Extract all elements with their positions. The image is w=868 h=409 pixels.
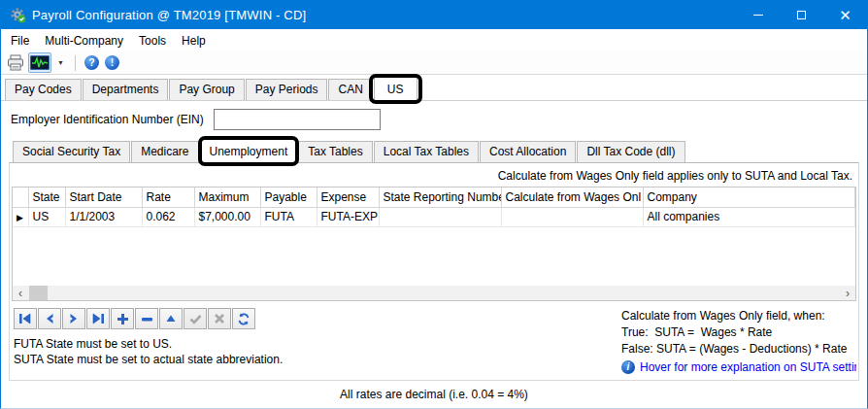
help-button[interactable]: ? <box>83 52 101 73</box>
maximize-button[interactable] <box>780 0 823 29</box>
scroll-right-arrow-icon[interactable]: › <box>840 286 855 300</box>
cell-payable[interactable]: FUTA <box>260 207 317 226</box>
last-record-icon <box>91 313 105 324</box>
col-start-date: Start Date <box>65 187 142 207</box>
tab-pay-codes[interactable]: Pay Codes <box>5 79 82 100</box>
delete-minus-icon <box>141 313 153 325</box>
grid-selector-header <box>13 187 28 207</box>
cell-state-reporting-number[interactable] <box>379 207 501 226</box>
refresh-button[interactable] <box>232 308 255 329</box>
cell-calculate-from-wages-only[interactable] <box>501 207 643 226</box>
horizontal-scrollbar[interactable]: ‹ › <box>13 286 855 300</box>
suta-settings-link[interactable]: Hover for more explanation on SUTA setti… <box>640 360 856 374</box>
refresh-icon <box>237 313 250 325</box>
insert-plus-icon <box>117 313 129 325</box>
tab-pay-group[interactable]: Pay Group <box>169 79 244 100</box>
window-title: Payroll Configuration @ TM2019 [TMWIN - … <box>32 8 306 22</box>
maximize-icon <box>797 11 806 19</box>
tab-cost-allocation[interactable]: Cost Allocation <box>480 141 576 162</box>
wages-only-true-line: True: SUTA = Wages * Rate <box>621 324 856 341</box>
minimize-icon <box>753 15 763 16</box>
grid-header-row: State Start Date Rate Maximum Payable Ex… <box>13 187 855 207</box>
minimize-button[interactable] <box>736 0 780 29</box>
window-controls: ✕ <box>736 0 867 29</box>
ein-label: Employer Identification Number (EIN) <box>11 113 204 126</box>
delete-record-button[interactable] <box>135 308 158 329</box>
next-record-icon <box>68 313 80 324</box>
col-payable: Payable <box>260 187 317 207</box>
footer-left: FUTA State must be set to US. SUTA State… <box>12 308 621 380</box>
unemployment-tab-page: Calculate from Wages Only field applies … <box>9 162 859 381</box>
tax-tab-strip: Social Security Tax Medicare Unemploymen… <box>9 137 859 162</box>
grid-footer-area: FUTA State must be set to US. SUTA State… <box>12 308 856 380</box>
help-question-icon: ? <box>84 55 99 70</box>
status-text: All rates are decimal (i.e. 0.04 = 4%) <box>340 388 528 401</box>
suta-footnote: SUTA State must be set to actual state a… <box>14 352 621 367</box>
tab-us[interactable]: US <box>374 77 417 101</box>
title-bar[interactable]: Payroll Configuration @ TM2019 [TMWIN - … <box>1 0 867 29</box>
toolbar-dropdown-arrow[interactable]: ▼ <box>53 59 68 66</box>
grid-data-row[interactable]: ▶ US 1/1/2003 0.062 $7,000.00 FUTA FUTA-… <box>13 207 855 226</box>
ein-row: Employer Identification Number (EIN) <box>1 101 867 137</box>
unemployment-grid: State Start Date Rate Maximum Payable Ex… <box>12 187 856 301</box>
info-icon: i <box>621 360 635 374</box>
activity-monitor-button[interactable] <box>28 52 51 73</box>
wages-only-help-heading: Calculate from Wages Only field, when: <box>621 308 856 324</box>
first-record-button[interactable] <box>14 308 37 329</box>
menu-help[interactable]: Help <box>174 32 214 50</box>
toolbar-separator <box>75 55 76 71</box>
printer-icon <box>7 54 24 71</box>
scroll-left-arrow-icon[interactable]: ‹ <box>13 286 28 300</box>
close-button[interactable]: ✕ <box>823 0 867 29</box>
menu-multi-company[interactable]: Multi-Company <box>37 32 131 50</box>
cell-state[interactable]: US <box>28 207 65 226</box>
tab-can[interactable]: CAN <box>328 79 372 100</box>
tab-dll-tax-code[interactable]: Dll Tax Code (dll) <box>577 141 684 162</box>
tab-social-security-tax[interactable]: Social Security Tax <box>13 141 130 162</box>
tab-pay-periods[interactable]: Pay Periods <box>246 79 328 100</box>
menu-file[interactable]: File <box>3 32 37 50</box>
next-record-button[interactable] <box>62 308 85 329</box>
cell-company[interactable]: All companies <box>643 207 855 226</box>
first-record-icon <box>18 313 32 324</box>
about-button[interactable]: ! <box>103 52 121 73</box>
tab-departments[interactable]: Departments <box>83 79 169 100</box>
col-expense: Expense <box>317 187 379 207</box>
cancel-edit-button <box>208 308 231 329</box>
tab-us-label: US <box>387 83 404 96</box>
cell-expense[interactable]: FUTA-EXP <box>317 207 379 226</box>
edit-triangle-icon <box>165 314 177 324</box>
wages-only-false-line: False: SUTA = (Wages - Deductions) * Rat… <box>621 341 856 358</box>
cell-start-date[interactable]: 1/1/2003 <box>65 207 142 226</box>
about-info-icon: ! <box>105 55 119 70</box>
payroll-configuration-window: Payroll Configuration @ TM2019 [TMWIN - … <box>0 0 868 409</box>
suta-link-row[interactable]: i Hover for more explanation on SUTA set… <box>621 360 856 374</box>
prior-record-button[interactable] <box>38 308 61 329</box>
cell-rate[interactable]: 0.062 <box>142 207 194 226</box>
col-calculate-from-wages-only: Calculate from Wages Onl <box>501 187 643 207</box>
tab-medicare[interactable]: Medicare <box>131 141 198 162</box>
tab-unemployment[interactable]: Unemployment <box>200 139 298 162</box>
insert-record-button[interactable] <box>111 308 134 329</box>
scrollbar-track[interactable] <box>28 286 840 300</box>
col-state: State <box>28 187 65 207</box>
edit-record-button[interactable] <box>159 308 183 329</box>
menu-tools[interactable]: Tools <box>131 32 174 50</box>
cell-maximum[interactable]: $7,000.00 <box>194 207 260 226</box>
post-edit-button <box>184 308 207 329</box>
grid-empty-area <box>13 227 855 287</box>
col-maximum: Maximum <box>194 187 260 207</box>
status-bar: All rates are decimal (i.e. 0.04 = 4%) <box>1 381 867 408</box>
current-row-arrow-icon: ▶ <box>17 213 23 222</box>
activity-monitor-icon <box>30 55 50 70</box>
scrollbar-thumb[interactable] <box>29 286 48 300</box>
col-state-reporting-number: State Reporting Numbe <box>379 187 501 207</box>
grid-table: State Start Date Rate Maximum Payable Ex… <box>13 187 855 227</box>
print-button[interactable] <box>5 52 26 73</box>
tab-local-tax-tables[interactable]: Local Tax Tables <box>374 141 479 162</box>
ein-input[interactable] <box>214 109 381 130</box>
menu-bar: File Multi-Company Tools Help <box>1 29 867 51</box>
toolbar: ▼ ? ! <box>1 51 867 75</box>
last-record-button[interactable] <box>86 308 110 329</box>
tab-tax-tables[interactable]: Tax Tables <box>298 141 372 162</box>
